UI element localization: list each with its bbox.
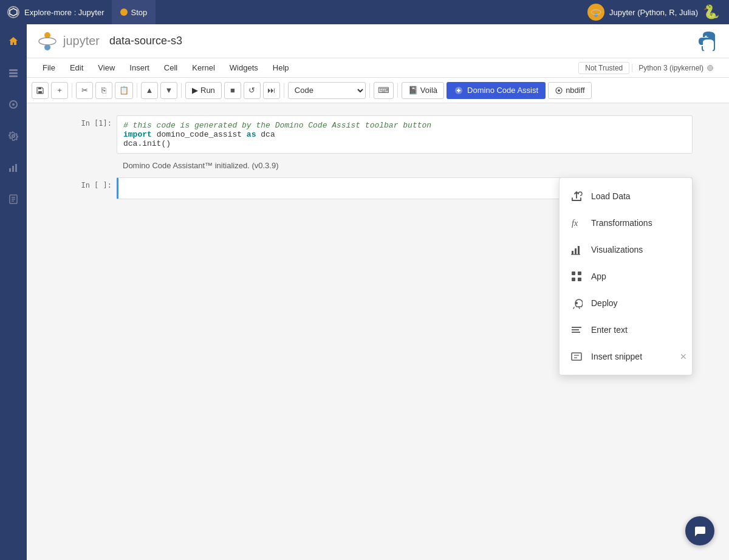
insert-snippet-close-icon[interactable]: ✕ (680, 352, 687, 361)
dca-menu-load-data[interactable]: Load Data (560, 183, 692, 210)
svg-rect-30 (572, 271, 575, 275)
cell-1-output: Domino Code Assistant™ initialized. (v0.… (117, 159, 693, 172)
code-alias: dca (261, 130, 275, 139)
jupyter-header: jupyter data-source-s3 (27, 24, 729, 58)
kernel-status-info: Python 3 (ipykernel) (632, 64, 719, 72)
main-content: jupyter data-source-s3 File Edit View In… (27, 24, 729, 560)
voila-button[interactable]: 📓 Voilà (402, 82, 444, 99)
restart-kernel-button[interactable]: ↺ (244, 82, 261, 99)
nbdiff-button[interactable]: nbdiff (548, 82, 592, 99)
dca-menu-enter-text[interactable]: Enter text (560, 316, 692, 343)
code-keyword-as: as (247, 130, 256, 139)
menu-cell[interactable]: Cell (158, 61, 183, 75)
app-logo-area: Explore-more : Jupyter (0, 0, 112, 24)
cell-2-cursor (125, 183, 129, 192)
chat-button[interactable] (685, 516, 714, 545)
sidebar-item-data[interactable] (2, 94, 24, 115)
keyboard-shortcuts-button[interactable]: ⌨ (374, 82, 394, 99)
code-keyword-import: import (123, 130, 152, 139)
menu-help[interactable]: Help (267, 61, 295, 75)
run-button[interactable]: ▶ Run (185, 82, 222, 99)
stop-circle-icon (120, 9, 128, 16)
code-module-name: domino_code_assist (157, 130, 247, 139)
dca-icon (454, 86, 464, 95)
app-label: App (591, 271, 606, 281)
svg-point-1 (594, 13, 598, 17)
toolbar-separator-6 (397, 83, 398, 98)
svg-rect-38 (572, 353, 581, 360)
menu-edit[interactable]: Edit (64, 61, 89, 75)
code-comment-1: # this code is generated by the Domino C… (123, 121, 431, 130)
python-logo-icon: 🐍 (703, 4, 719, 20)
cut-button[interactable]: ✂ (76, 82, 93, 99)
paste-button[interactable]: 📋 (115, 82, 133, 99)
jupyter-logo: jupyter (36, 30, 100, 52)
dca-menu-visualizations[interactable]: Visualizations (560, 236, 692, 263)
menu-view[interactable]: View (92, 61, 121, 75)
menu-insert[interactable]: Insert (123, 61, 156, 75)
toolbar-separator-4 (284, 83, 284, 98)
load-data-label: Load Data (591, 191, 631, 201)
sidebar-item-home[interactable] (2, 30, 24, 52)
svg-rect-27 (575, 248, 577, 254)
add-cell-button[interactable]: + (51, 82, 68, 99)
menu-file[interactable]: File (36, 61, 61, 75)
visualizations-icon (569, 242, 584, 257)
svg-rect-9 (12, 166, 14, 172)
domino-code-assist-button[interactable]: Domino Code Assist (447, 82, 546, 99)
transformations-icon: fx (569, 216, 584, 230)
svg-rect-21 (38, 87, 41, 89)
restart-run-all-button[interactable]: ⏭ (263, 82, 280, 99)
dca-menu-app[interactable]: App (560, 263, 692, 290)
move-up-button[interactable]: ▲ (141, 82, 158, 99)
topbar: Explore-more : Jupyter Stop Jupyter (Pyt… (0, 0, 729, 24)
voila-icon: 📓 (408, 86, 418, 95)
transformations-label: Transformations (591, 218, 652, 228)
svg-point-18 (705, 36, 707, 38)
jupyter-logo-icon (36, 30, 58, 52)
cell-1-content[interactable]: # this code is generated by the Domino C… (117, 115, 693, 154)
svg-point-0 (594, 7, 598, 11)
dca-menu-transformations[interactable]: fx Transformations (560, 210, 692, 236)
svg-rect-5 (9, 75, 18, 77)
visualizations-label: Visualizations (591, 245, 643, 254)
not-trusted-button[interactable]: Not Trusted (578, 62, 629, 74)
toolbar-separator-5 (369, 83, 370, 98)
toolbar-separator-3 (181, 83, 182, 98)
app-name-label: Explore-more : Jupyter (24, 8, 104, 17)
svg-rect-20 (38, 91, 42, 94)
cell-1: In [1]: # this code is generated by the … (63, 115, 693, 154)
svg-rect-32 (572, 278, 575, 281)
svg-point-7 (12, 103, 15, 106)
sidebar-item-docs[interactable] (2, 188, 24, 210)
sidebar-item-settings[interactable] (2, 125, 24, 147)
notebook-area: In [1]: # this code is generated by the … (27, 103, 729, 560)
kernel-info-area: Jupyter (Python, R, Julia) 🐍 (578, 4, 729, 21)
kernel-type-icon (587, 4, 604, 21)
jupyter-logo-text: jupyter (63, 34, 100, 48)
dca-menu-insert-snippet[interactable]: Insert snippet ✕ (560, 343, 692, 370)
cell-2-label: In [ ]: (63, 177, 112, 199)
cell-1-line-3: dca.init() (123, 139, 686, 148)
cell-1-line-1: # this code is generated by the Domino C… (123, 121, 686, 130)
sidebar-item-layers[interactable] (2, 62, 24, 84)
kernel-name-label: Jupyter (Python, R, Julia) (609, 8, 698, 17)
dca-menu-deploy[interactable]: Deploy (560, 290, 692, 316)
enter-text-icon (569, 323, 584, 337)
svg-point-24 (558, 89, 560, 92)
menu-kernel[interactable]: Kernel (186, 61, 221, 75)
stop-button[interactable]: Stop (112, 0, 156, 24)
insert-snippet-label: Insert snippet (591, 352, 642, 361)
deploy-icon (569, 296, 584, 310)
cell-type-select[interactable]: Code Markdown Raw NBConvert (288, 82, 366, 99)
cell-1-label: In [1]: (63, 115, 112, 154)
sidebar-item-chart[interactable] (2, 157, 24, 179)
move-down-button[interactable]: ▼ (160, 82, 177, 99)
copy-button[interactable]: ⎘ (95, 82, 112, 99)
svg-text:fx: fx (572, 219, 578, 228)
interrupt-kernel-button[interactable]: ■ (224, 82, 241, 99)
app-icon (569, 269, 584, 284)
save-button[interactable] (32, 82, 49, 99)
menu-widgets[interactable]: Widgets (224, 61, 264, 75)
python-logo-icon (697, 29, 719, 51)
